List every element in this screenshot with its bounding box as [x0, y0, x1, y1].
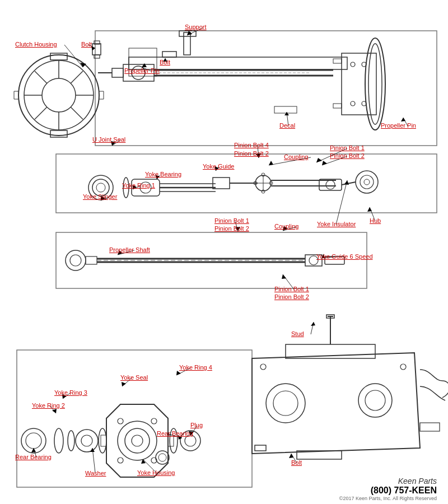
label-coupling-mid[interactable]: Coupling [274, 223, 298, 230]
label-yoke-ring-1[interactable]: Yoke Ring 1 [122, 182, 155, 189]
svg-point-4 [18, 55, 99, 136]
svg-point-68 [66, 250, 86, 270]
label-rear-bearing-left[interactable]: Rear Bearing [15, 454, 52, 460]
svg-line-111 [64, 45, 83, 67]
svg-point-6 [42, 78, 76, 112]
svg-point-38 [362, 62, 366, 67]
label-coupling-top[interactable]: Coupling [284, 153, 308, 160]
svg-marker-112 [80, 63, 86, 67]
svg-point-88 [118, 458, 123, 463]
svg-rect-70 [86, 256, 97, 264]
svg-point-92 [99, 428, 106, 453]
svg-marker-174 [31, 448, 36, 452]
label-clutch-housing[interactable]: Clutch Housing [15, 41, 57, 48]
label-bolt-mid[interactable]: Bolt [160, 59, 170, 66]
svg-marker-160 [176, 371, 181, 375]
label-yoke-housing[interactable]: Yoke Housing [137, 469, 175, 476]
svg-point-79 [54, 428, 63, 453]
svg-rect-41 [274, 106, 297, 113]
svg-rect-35 [333, 59, 342, 63]
svg-rect-51 [213, 178, 230, 189]
svg-point-69 [70, 255, 81, 266]
svg-rect-15 [50, 53, 67, 60]
svg-point-81 [76, 430, 98, 452]
svg-marker-166 [52, 409, 57, 413]
svg-point-58 [262, 190, 265, 193]
label-stud[interactable]: Stud [291, 330, 304, 337]
label-pinion-bolt-2-bot[interactable]: Pinion Bolt 2 [274, 293, 309, 300]
svg-marker-136 [269, 161, 273, 165]
svg-line-13 [35, 107, 47, 119]
label-yoke-guide-6speed[interactable]: Yoke Guide 6 Speed [316, 253, 373, 260]
footer: Keen Parts (800) 757-KEEN ©2017 Keen Par… [339, 477, 437, 501]
label-propeller-pin-left[interactable]: Propeller Pin [124, 67, 160, 74]
svg-rect-106 [326, 315, 334, 318]
svg-rect-3 [17, 350, 252, 487]
label-yoke-guide-top[interactable]: Yoke Guide [203, 163, 234, 170]
label-pinion-bolt-2-top[interactable]: Pinion Bolt 2 [330, 152, 365, 159]
svg-point-5 [24, 60, 94, 130]
svg-point-32 [365, 38, 385, 130]
svg-point-97 [158, 454, 166, 461]
svg-point-59 [254, 181, 257, 185]
svg-point-63 [326, 180, 335, 189]
label-plug[interactable]: Plug [190, 422, 203, 428]
svg-point-84 [125, 428, 150, 453]
label-yoke-ring-3[interactable]: Yoke Ring 3 [54, 389, 87, 396]
svg-line-11 [35, 71, 47, 83]
svg-point-40 [362, 101, 366, 106]
svg-rect-19 [94, 55, 100, 58]
label-yoke-bearing[interactable]: Yoke Bearing [145, 171, 181, 178]
svg-marker-162 [122, 382, 126, 386]
brand-phone[interactable]: (800) 757-KEEN [339, 486, 437, 496]
label-bolt-top[interactable]: Bolt [81, 41, 92, 48]
svg-point-78 [26, 433, 41, 449]
label-propeller-pin-right[interactable]: Propeller Pin [381, 122, 416, 129]
label-pinion-bolt-2a[interactable]: Pinion Bolt 2 [234, 150, 269, 157]
svg-point-102 [365, 390, 385, 410]
svg-point-80 [68, 431, 74, 451]
label-pinion-bolt-4[interactable]: Pinion Bolt 4 [234, 142, 269, 148]
label-pinion-bolt-1-top[interactable]: Pinion Bolt 1 [330, 144, 365, 151]
label-decal[interactable]: Decal [279, 122, 295, 129]
svg-marker-140 [316, 158, 322, 162]
label-yoke-insulator[interactable]: Yoke Insulator [317, 221, 356, 227]
label-pinion-bolt-1-bot[interactable]: Pinion Bolt 1 [274, 286, 309, 292]
diagram-container: Clutch Housing Bolt Support Bolt Propell… [0, 0, 448, 504]
svg-point-85 [132, 435, 143, 446]
label-yoke-ring-2[interactable]: Yoke Ring 2 [32, 402, 65, 409]
svg-rect-31 [162, 52, 176, 57]
label-rear-bearing-bot[interactable]: Rear Bearing [157, 430, 193, 437]
label-propeller-shaft[interactable]: Propeller Shaft [109, 246, 150, 253]
svg-point-101 [358, 384, 392, 417]
svg-point-108 [400, 364, 406, 370]
svg-rect-17 [92, 44, 101, 55]
label-washer[interactable]: Washer [85, 470, 106, 477]
label-u-joint-seal[interactable]: U Joint Seal [92, 136, 125, 143]
svg-point-65 [360, 175, 374, 189]
label-yoke-seal[interactable]: Yoke Seal [120, 374, 148, 381]
svg-point-89 [151, 458, 157, 463]
label-yoke-ring-4[interactable]: Yoke Ring 4 [179, 364, 212, 371]
label-yoke-slinger[interactable]: Yoke Slinger [83, 193, 117, 200]
svg-rect-18 [94, 41, 100, 44]
svg-line-67 [342, 182, 356, 185]
svg-marker-176 [141, 459, 146, 464]
brand-copyright: ©2017 Keen Parts, Inc. All Rights Reserv… [339, 496, 437, 501]
svg-point-96 [156, 451, 169, 464]
svg-line-157 [311, 322, 314, 334]
svg-point-100 [273, 391, 298, 416]
label-bolt-bot[interactable]: Bolt [291, 459, 302, 466]
svg-point-77 [21, 428, 46, 453]
label-hub[interactable]: Hub [370, 217, 381, 224]
svg-point-37 [351, 62, 355, 67]
svg-rect-1 [56, 154, 437, 213]
svg-point-44 [96, 183, 105, 192]
svg-rect-110 [420, 423, 440, 431]
label-pinion-bolt-2-mid[interactable]: Pinion Bolt 2 [214, 225, 249, 232]
label-support[interactable]: Support [185, 24, 207, 30]
svg-marker-142 [322, 161, 327, 165]
label-pinion-bolt-1-mid[interactable]: Pinion Bolt 1 [214, 217, 249, 224]
svg-point-107 [260, 364, 266, 370]
svg-marker-146 [367, 207, 372, 212]
